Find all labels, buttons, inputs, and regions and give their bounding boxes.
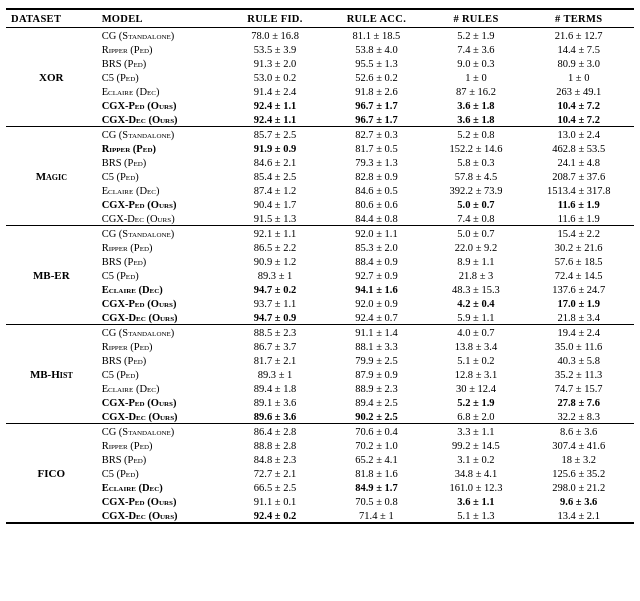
- rule-fid-cell: 89.6 ± 3.6: [226, 409, 324, 424]
- model-cell: Ripper (Ped): [97, 438, 226, 452]
- table-row: FICOCG (Standalone)86.4 ± 2.870.6 ± 0.43…: [6, 424, 634, 439]
- num-terms-cell: 17.0 ± 1.9: [523, 296, 634, 310]
- table-row: C5 (Ped)85.4 ± 2.582.8 ± 0.957.8 ± 4.520…: [6, 169, 634, 183]
- num-rules-cell: 5.2 ± 0.8: [429, 127, 524, 142]
- model-cell: Eclaire (Dec): [97, 84, 226, 98]
- rule-acc-cell: 70.2 ± 1.0: [324, 438, 428, 452]
- num-terms-cell: 19.4 ± 2.4: [523, 325, 634, 340]
- rule-fid-cell: 88.5 ± 2.3: [226, 325, 324, 340]
- rule-fid-cell: 86.7 ± 3.7: [226, 339, 324, 353]
- num-rules-cell: 30 ± 12.4: [429, 381, 524, 395]
- dataset-cell: FICO: [6, 424, 97, 524]
- num-terms-cell: 208.7 ± 37.6: [523, 169, 634, 183]
- model-cell: CGX-Ped (Ours): [97, 98, 226, 112]
- table-row: MB-ERCG (Standalone)92.1 ± 1.192.0 ± 1.1…: [6, 226, 634, 241]
- table-row: CGX-Ped (Ours)91.1 ± 0.170.5 ± 0.83.6 ± …: [6, 494, 634, 508]
- num-rules-cell: 5.2 ± 1.9: [429, 28, 524, 43]
- model-cell: CGX-Dec (Ours): [97, 310, 226, 325]
- rule-acc-cell: 88.4 ± 0.9: [324, 254, 428, 268]
- model-cell: Ripper (Ped): [97, 339, 226, 353]
- results-table: Dataset Model Rule Fid. Rule Acc. # Rule…: [6, 8, 634, 524]
- table-row: C5 (Ped)53.0 ± 0.252.6 ± 0.21 ± 01 ± 0: [6, 70, 634, 84]
- rule-fid-cell: 92.4 ± 1.1: [226, 112, 324, 127]
- rule-fid-cell: 84.6 ± 2.1: [226, 155, 324, 169]
- table-row: Eclaire (Dec)89.4 ± 1.888.9 ± 2.330 ± 12…: [6, 381, 634, 395]
- rule-fid-cell: 90.4 ± 1.7: [226, 197, 324, 211]
- num-rules-cell: 5.9 ± 1.1: [429, 310, 524, 325]
- table-row: CGX-Dec (Ours)94.7 ± 0.992.4 ± 0.75.9 ± …: [6, 310, 634, 325]
- model-cell: CG (Standalone): [97, 424, 226, 439]
- dataset-cell: Magic: [6, 127, 97, 226]
- num-terms-cell: 307.4 ± 41.6: [523, 438, 634, 452]
- num-terms-cell: 14.4 ± 7.5: [523, 42, 634, 56]
- model-cell: C5 (Ped): [97, 169, 226, 183]
- model-cell: Ripper (Ped): [97, 42, 226, 56]
- num-rules-cell: 34.8 ± 4.1: [429, 466, 524, 480]
- num-rules-cell: 4.0 ± 0.7: [429, 325, 524, 340]
- num-rules-cell: 3.1 ± 0.2: [429, 452, 524, 466]
- rule-fid-cell: 86.4 ± 2.8: [226, 424, 324, 439]
- num-terms-cell: 125.6 ± 35.2: [523, 466, 634, 480]
- rule-acc-cell: 94.1 ± 1.6: [324, 282, 428, 296]
- num-terms-cell: 80.9 ± 3.0: [523, 56, 634, 70]
- rule-fid-cell: 92.1 ± 1.1: [226, 226, 324, 241]
- model-cell: CGX-Dec (Ours): [97, 508, 226, 523]
- num-terms-cell: 9.6 ± 3.6: [523, 494, 634, 508]
- rule-fid-cell: 89.3 ± 1: [226, 268, 324, 282]
- rule-fid-cell: 53.0 ± 0.2: [226, 70, 324, 84]
- num-rules-cell: 5.1 ± 1.3: [429, 508, 524, 523]
- model-cell: Eclaire (Dec): [97, 282, 226, 296]
- num-terms-cell: 40.3 ± 5.8: [523, 353, 634, 367]
- table-row: C5 (Ped)89.3 ± 187.9 ± 0.912.8 ± 3.135.2…: [6, 367, 634, 381]
- table-row: Eclaire (Dec)91.4 ± 2.491.8 ± 2.687 ± 16…: [6, 84, 634, 98]
- rule-acc-cell: 65.2 ± 4.1: [324, 452, 428, 466]
- num-rules-cell: 48.3 ± 15.3: [429, 282, 524, 296]
- model-cell: Eclaire (Dec): [97, 381, 226, 395]
- num-terms-cell: 13.0 ± 2.4: [523, 127, 634, 142]
- rule-acc-cell: 84.4 ± 0.8: [324, 211, 428, 226]
- num-terms-cell: 15.4 ± 2.2: [523, 226, 634, 241]
- rule-fid-cell: 53.5 ± 3.9: [226, 42, 324, 56]
- model-cell: CG (Standalone): [97, 127, 226, 142]
- num-terms-cell: 462.8 ± 53.5: [523, 141, 634, 155]
- rule-acc-cell: 81.8 ± 1.6: [324, 466, 428, 480]
- rule-acc-cell: 53.8 ± 4.0: [324, 42, 428, 56]
- num-terms-cell: 57.6 ± 18.5: [523, 254, 634, 268]
- rule-fid-cell: 85.7 ± 2.5: [226, 127, 324, 142]
- rule-acc-cell: 70.5 ± 0.8: [324, 494, 428, 508]
- rule-acc-cell: 84.6 ± 0.5: [324, 183, 428, 197]
- table-header-row: Dataset Model Rule Fid. Rule Acc. # Rule…: [6, 9, 634, 28]
- col-num-terms: # Terms: [523, 9, 634, 28]
- rule-acc-cell: 92.7 ± 0.9: [324, 268, 428, 282]
- model-cell: CGX-Ped (Ours): [97, 296, 226, 310]
- main-table-wrapper: Dataset Model Rule Fid. Rule Acc. # Rule…: [0, 0, 640, 532]
- table-row: C5 (Ped)72.7 ± 2.181.8 ± 1.634.8 ± 4.112…: [6, 466, 634, 480]
- rule-fid-cell: 91.9 ± 0.9: [226, 141, 324, 155]
- table-row: Ripper (Ped)86.7 ± 3.788.1 ± 3.313.8 ± 3…: [6, 339, 634, 353]
- num-rules-cell: 57.8 ± 4.5: [429, 169, 524, 183]
- rule-fid-cell: 72.7 ± 2.1: [226, 466, 324, 480]
- table-row: Eclaire (Dec)87.4 ± 1.284.6 ± 0.5392.2 ±…: [6, 183, 634, 197]
- rule-fid-cell: 91.3 ± 2.0: [226, 56, 324, 70]
- model-cell: CGX-Dec (Ours): [97, 112, 226, 127]
- col-num-rules: # Rules: [429, 9, 524, 28]
- num-rules-cell: 5.2 ± 1.9: [429, 395, 524, 409]
- rule-fid-cell: 92.4 ± 1.1: [226, 98, 324, 112]
- model-cell: CG (Standalone): [97, 28, 226, 43]
- num-terms-cell: 21.6 ± 12.7: [523, 28, 634, 43]
- model-cell: BRS (Ped): [97, 56, 226, 70]
- num-rules-cell: 9.0 ± 0.3: [429, 56, 524, 70]
- rule-acc-cell: 81.7 ± 0.5: [324, 141, 428, 155]
- rule-acc-cell: 70.6 ± 0.4: [324, 424, 428, 439]
- model-cell: CGX-Dec (Ours): [97, 211, 226, 226]
- rule-acc-cell: 79.3 ± 1.3: [324, 155, 428, 169]
- num-terms-cell: 263 ± 49.1: [523, 84, 634, 98]
- num-rules-cell: 152.2 ± 14.6: [429, 141, 524, 155]
- table-row: CGX-Dec (Ours)92.4 ± 0.271.4 ± 15.1 ± 1.…: [6, 508, 634, 523]
- table-row: CGX-Dec (Ours)92.4 ± 1.196.7 ± 1.73.6 ± …: [6, 112, 634, 127]
- rule-acc-cell: 82.8 ± 0.9: [324, 169, 428, 183]
- model-cell: Eclaire (Dec): [97, 480, 226, 494]
- rule-acc-cell: 84.9 ± 1.7: [324, 480, 428, 494]
- num-terms-cell: 32.2 ± 8.3: [523, 409, 634, 424]
- model-cell: Ripper (Ped): [97, 141, 226, 155]
